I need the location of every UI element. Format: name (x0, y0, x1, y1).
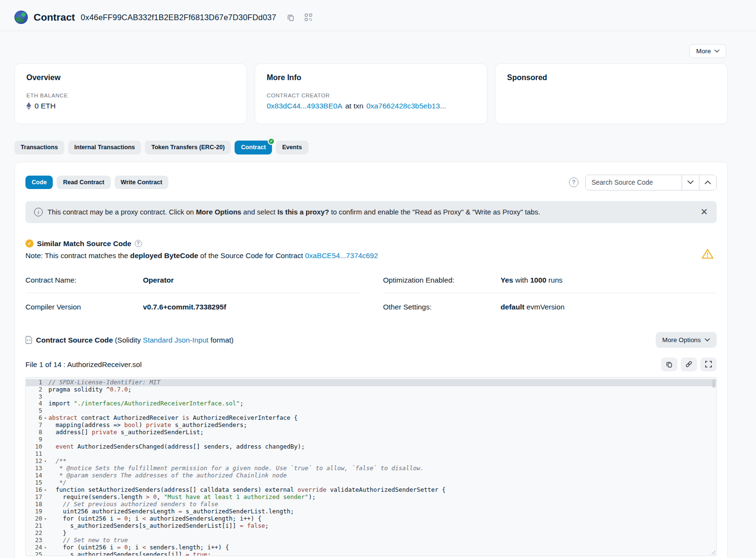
text-segment: , (157, 493, 164, 500)
code-line: 17 require(senders.length > 0, "Must hav… (26, 494, 716, 501)
inline-link[interactable]: 0xaBCE54...7374c692 (305, 251, 378, 260)
qr-code-button[interactable] (303, 12, 314, 23)
inline-link[interactable]: Standard Json-Input (143, 336, 209, 344)
text-segment: with (513, 276, 530, 284)
copy-address-button[interactable] (285, 12, 297, 24)
expand-button[interactable] (700, 357, 717, 371)
line-number: 25 (26, 551, 42, 556)
line-number: 3 (26, 393, 42, 401)
text-segment: Yes (501, 276, 513, 284)
fold-arrow-icon[interactable]: ▾ (42, 544, 48, 551)
file-actions (661, 357, 717, 371)
text-segment: ; (207, 551, 211, 556)
code-text: s_authorizedSenders[s_authorizedSenderLi… (48, 522, 269, 530)
tab-internal-transactions[interactable]: Internal Transactions (68, 141, 142, 154)
fold-spacer (42, 522, 48, 530)
more-button[interactable]: More (689, 44, 726, 58)
code-text: for (uint256 i = 0; i < authorizedSender… (48, 515, 261, 522)
search-prev-button[interactable] (699, 175, 716, 190)
code-line: 2pragma solidity ^0.7.0; (26, 386, 716, 393)
tab-events[interactable]: Events (276, 141, 308, 154)
fold-arrow-icon[interactable]: ▾ (42, 458, 48, 465)
text-segment (48, 443, 56, 450)
source-code-title-row: Contract Source Code (Solidity Standard … (25, 336, 234, 344)
file-icon (25, 336, 32, 344)
at-txn-text: at txn (345, 102, 364, 110)
tab-contract[interactable]: Contract✓ (235, 141, 272, 154)
detail-label: Other Settings: (383, 303, 501, 311)
text-segment: Note: This contract matches the (25, 251, 130, 260)
code-text: function setAuthorizedSenders(address[] … (48, 487, 446, 494)
eth-balance-label: ETH BALANCE (26, 93, 235, 98)
creation-txn-link[interactable]: 0xa7662428c3b5eb13... (366, 102, 446, 110)
copy-source-button[interactable] (661, 357, 677, 371)
subtab-code[interactable]: Code (25, 176, 53, 190)
more-info-title: More Info (267, 73, 475, 82)
more-options-button[interactable]: More Options (656, 332, 717, 348)
warning-icon[interactable] (701, 248, 714, 260)
tab-token-transfers-erc-20-[interactable]: Token Transfers (ERC-20) (145, 141, 231, 154)
fold-arrow-icon[interactable]: ▾ (42, 415, 48, 422)
detail-row: Optimization Enabled:Yes with 1000 runs (383, 266, 717, 293)
code-text: address[] private s_authorizedSenderList… (48, 429, 204, 436)
search-zone: ? (569, 175, 717, 190)
line-number: 14 (26, 472, 42, 479)
close-notice-button[interactable]: ✕ (700, 207, 708, 216)
code-line: 12▾ /** (26, 458, 716, 465)
overview-card: Overview ETH BALANCE 0 ETH (14, 63, 247, 124)
help-icon[interactable]: ? (135, 240, 142, 247)
code-line: 13 * @notice Sets the fulfillment permis… (26, 465, 716, 472)
fold-arrow-icon[interactable]: ▾ (42, 515, 48, 522)
info-cards: Overview ETH BALANCE 0 ETH More Info CON… (14, 63, 728, 124)
text-segment: is (182, 414, 189, 421)
permalink-button[interactable] (681, 357, 697, 371)
code-line: 14 * @param senders The addresses of the… (26, 472, 716, 479)
fold-spacer (42, 400, 48, 407)
code-line: 10 event AuthorizedSendersChanged(addres… (26, 443, 716, 451)
line-number: 9 (26, 436, 42, 443)
similar-match-note: Note: This contract matches the deployed… (25, 251, 717, 260)
tab-transactions[interactable]: Transactions (14, 141, 64, 154)
text-segment: (Solidity (113, 336, 142, 344)
code-text: require(senders.length > 0, "Must have a… (48, 494, 316, 501)
code-text: // Set new to true (48, 537, 128, 544)
code-text: } (48, 530, 67, 537)
chevron-up-icon (705, 180, 711, 184)
detail-value: v0.7.6+commit.7338295f (143, 303, 226, 311)
search-source-input[interactable] (586, 175, 682, 190)
text-segment: AuthorizedReceiverInterface { (189, 414, 298, 421)
contract-creator-line: 0x83dC44...4933BE0A at txn 0xa7662428c3b… (267, 102, 475, 110)
permalink-icon (685, 360, 693, 368)
text-segment: default (501, 303, 525, 311)
fold-arrow-icon[interactable]: ▾ (42, 487, 48, 494)
line-number: 2 (26, 386, 42, 393)
overview-title: Overview (26, 73, 235, 82)
subtab-read-contract[interactable]: Read Contract (57, 176, 110, 190)
fold-spacer (42, 407, 48, 415)
contract-details-grid: Contract Name:OperatorOptimization Enabl… (25, 266, 717, 320)
code-line: 4import "./interfaces/AuthorizedReceiver… (26, 400, 716, 407)
text-segment: s_authorizedSenderList; (117, 428, 204, 436)
code-line: 9 (26, 436, 716, 443)
code-text: import "./interfaces/AuthorizedReceiverI… (48, 400, 243, 407)
search-next-button[interactable] (682, 175, 699, 190)
fold-spacer (42, 508, 48, 515)
creator-address-link[interactable]: 0x83dC44...4933BE0A (267, 102, 343, 110)
toolbar-row: More (0, 31, 756, 58)
text-segment: mapping(address => (48, 421, 124, 428)
proxy-notice-text: This contract may be a proxy contract. C… (47, 208, 696, 216)
code-text: // Set previous authorized senders to fa… (48, 501, 218, 508)
line-number: 5 (26, 407, 42, 415)
help-icon[interactable]: ? (569, 178, 579, 187)
subtab-write-contract[interactable]: Write Contract (115, 176, 169, 190)
code-subtabs: CodeRead ContractWrite Contract (25, 176, 168, 190)
contract-avatar (14, 11, 28, 24)
fold-spacer (42, 443, 48, 451)
source-code-editor[interactable]: 1// SPDX-License-Identifier: MIT2pragma … (25, 377, 717, 556)
editor-scrollbar[interactable] (712, 380, 715, 388)
code-text: * @param senders The addresses of the au… (48, 472, 287, 479)
text-segment: * @param senders The addresses of the au… (48, 472, 287, 479)
fold-spacer (42, 530, 48, 537)
text-segment: address[] (48, 428, 92, 436)
contract-panel: CodeRead ContractWrite Contract ? i This… (14, 162, 728, 558)
